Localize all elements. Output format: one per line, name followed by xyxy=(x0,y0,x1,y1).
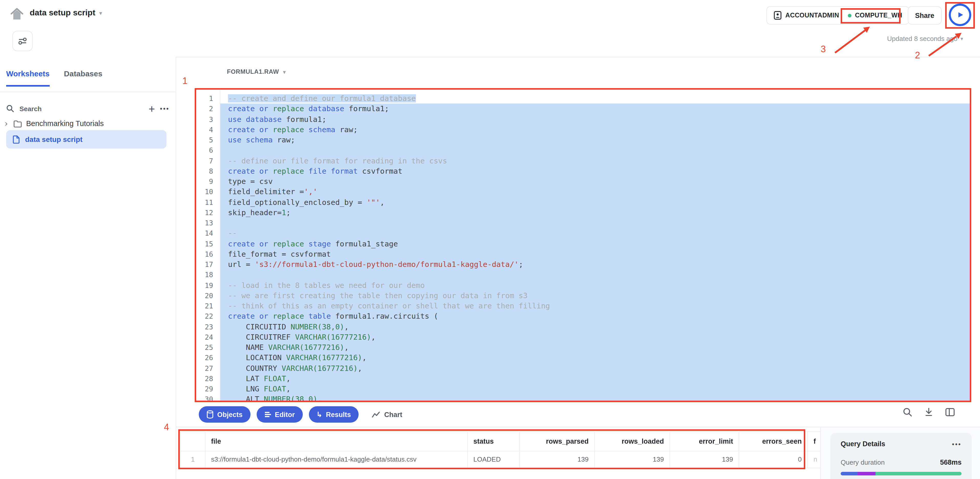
code-token: , xyxy=(317,395,322,401)
add-worksheet-icon[interactable]: + xyxy=(149,103,155,114)
tab-worksheets[interactable]: Worksheets xyxy=(6,69,50,87)
editor-button[interactable]: Editor xyxy=(256,406,302,423)
code-line: ALT NUMBER(38,0), xyxy=(220,394,970,401)
code-token: ',' xyxy=(304,188,317,196)
code-line: use database formula1; xyxy=(220,114,970,124)
line-number: 9 xyxy=(196,176,220,187)
code-line: create or replace schema raw; xyxy=(220,124,970,135)
more-options-icon[interactable]: ••• xyxy=(160,105,170,112)
code-token: create or xyxy=(228,126,273,134)
objects-button-label: Objects xyxy=(217,411,243,418)
share-button-label: Share xyxy=(915,11,934,19)
query-duration-label: Query duration xyxy=(841,458,885,466)
duration-bar-segment xyxy=(876,472,962,476)
app-window: data setup script ▾ ACCOUN xyxy=(0,0,980,479)
column-header[interactable] xyxy=(181,432,205,451)
code-token: CIRCUITID xyxy=(228,323,291,331)
folder-icon xyxy=(13,119,22,127)
line-number: 28 xyxy=(196,374,220,384)
role-label: ACCOUNTADMIN xyxy=(785,12,839,19)
more-options-icon[interactable]: ••• xyxy=(952,440,962,447)
table-row[interactable]: 1s3://formula1-dbt-cloud-python-demo/for… xyxy=(181,451,820,468)
sidebar-item-selected-worksheet[interactable]: data setup script xyxy=(6,130,167,148)
line-number: 15 xyxy=(196,239,220,249)
context-selector[interactable]: FORMULA1.RAW ▾ xyxy=(227,68,286,75)
code-token: database xyxy=(304,105,344,113)
code-token: , xyxy=(371,333,375,341)
sidebar-item-folder[interactable]: › Benchmarking Tutorials xyxy=(3,116,172,130)
column-header[interactable]: f xyxy=(808,432,820,451)
code-token: create or xyxy=(228,167,273,175)
code-token: LNG xyxy=(228,385,264,393)
duration-bar-segment xyxy=(841,472,858,476)
code-token: replace xyxy=(273,312,304,320)
code-token: skip_header= xyxy=(228,208,282,217)
code-line: LNG FLOAT, xyxy=(220,384,970,394)
code-line: -- create and define our formula1 databa… xyxy=(220,93,970,104)
user-badge-icon xyxy=(773,11,782,20)
table-cell: 139 xyxy=(520,451,595,468)
line-number: 10 xyxy=(196,187,220,197)
updated-status[interactable]: Updated 8 seconds ago ▾ xyxy=(789,35,963,43)
line-number: 1 xyxy=(196,93,220,104)
split-view-icon[interactable] xyxy=(945,408,955,417)
chevron-down-icon: ▾ xyxy=(99,10,102,16)
code-line: file_format = csvformat xyxy=(220,249,970,259)
code-token: NUMBER(38,0) xyxy=(291,323,344,331)
code-token: schema xyxy=(304,126,335,134)
code-token: , xyxy=(344,323,348,331)
code-area[interactable]: -- create and define our formula1 databa… xyxy=(220,90,970,401)
code-token: create or xyxy=(228,240,273,248)
search-input[interactable]: Search + ••• xyxy=(6,101,170,116)
share-button[interactable]: Share xyxy=(908,6,942,25)
folder-label: Benchmarking Tutorials xyxy=(26,119,104,127)
editor-button-label: Editor xyxy=(275,411,295,418)
home-icon[interactable] xyxy=(9,6,25,22)
chevron-down-icon: ▾ xyxy=(283,69,286,75)
chevron-right-icon: › xyxy=(3,119,9,128)
code-token: formula1; xyxy=(282,115,326,123)
column-header[interactable]: status xyxy=(468,432,520,451)
code-line: LAT FLOAT, xyxy=(220,374,970,384)
chart-button[interactable]: Chart xyxy=(372,411,402,418)
run-button[interactable] xyxy=(949,3,971,26)
tab-databases[interactable]: Databases xyxy=(64,69,102,87)
column-header[interactable]: file xyxy=(205,432,468,451)
code-line: skip_header=1; xyxy=(220,207,970,218)
worksheet-title[interactable]: data setup script ▾ xyxy=(30,8,102,18)
code-token: ; xyxy=(286,208,291,217)
code-line: CIRCUITID NUMBER(38,0), xyxy=(220,321,970,332)
code-token: field_optionally_enclosed_by = xyxy=(228,198,366,206)
code-line: CIRCUITREF VARCHAR(16777216), xyxy=(220,332,970,342)
code-token: field_delimiter = xyxy=(228,188,304,196)
code-token: 's3://formula1-dbt-cloud-python-demo/for… xyxy=(255,260,519,269)
column-header[interactable]: rows_loaded xyxy=(595,432,670,451)
filters-button[interactable] xyxy=(12,31,33,51)
divider xyxy=(820,427,821,479)
objects-button[interactable]: Objects xyxy=(199,406,250,423)
column-header[interactable]: errors_seen xyxy=(739,432,808,451)
annotation-label-1: 1 xyxy=(182,76,188,87)
sql-editor[interactable]: 1234567891011121314151617181920212223242… xyxy=(195,88,971,402)
code-token: replace xyxy=(273,126,304,134)
code-line: use schema raw; xyxy=(220,135,970,145)
download-icon[interactable] xyxy=(924,407,933,417)
code-line: create or replace table formula1.raw.cir… xyxy=(220,311,970,322)
column-header[interactable]: rows_parsed xyxy=(520,432,595,451)
line-number: 13 xyxy=(196,218,220,228)
code-token: VARCHAR(16777216) xyxy=(295,333,371,341)
divider xyxy=(0,92,176,92)
code-line: -- load in the 8 tables we need for our … xyxy=(220,280,970,290)
query-details-title: Query Details xyxy=(841,440,885,448)
search-results-icon[interactable] xyxy=(903,407,912,417)
code-token: ALT xyxy=(228,395,264,401)
line-number-gutter: 1234567891011121314151617181920212223242… xyxy=(196,90,220,401)
code-token: , xyxy=(362,354,366,362)
line-number: 3 xyxy=(196,114,220,124)
results-button[interactable]: ↳ Results xyxy=(309,406,359,423)
context-pill[interactable]: ACCOUNTADMIN COMPUTE_WH xyxy=(766,6,909,25)
code-token: VARCHAR(16777216) xyxy=(268,343,344,352)
column-header[interactable]: error_limit xyxy=(670,432,739,451)
code-token: , xyxy=(380,198,385,206)
line-number: 8 xyxy=(196,166,220,177)
